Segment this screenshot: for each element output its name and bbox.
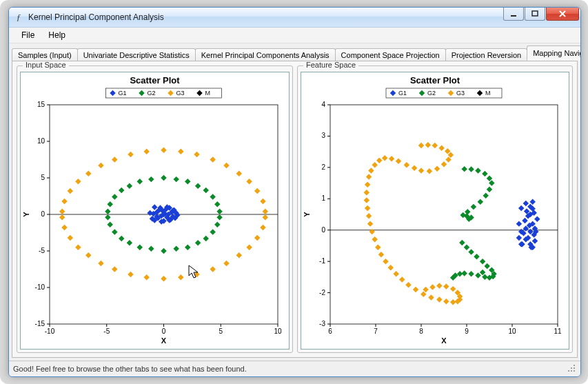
svg-text:G2: G2 bbox=[148, 90, 156, 97]
chart-input[interactable]: Scatter Plot G1G2G3M-10-50510-15-10-5051… bbox=[20, 72, 290, 350]
svg-text:M: M bbox=[205, 90, 211, 97]
svg-text:-5: -5 bbox=[103, 327, 110, 335]
svg-text:-15: -15 bbox=[35, 320, 45, 327]
app-icon: ƒ bbox=[13, 12, 24, 23]
tab-projection[interactable]: Component Space Projection bbox=[335, 48, 446, 61]
svg-text:5: 5 bbox=[219, 327, 223, 335]
status-text: Good! Feel free to browse the other tabs… bbox=[13, 365, 247, 373]
svg-text:-10: -10 bbox=[35, 283, 45, 291]
svg-text:-10: -10 bbox=[45, 327, 55, 335]
svg-text:-1: -1 bbox=[319, 257, 325, 265]
svg-text:5: 5 bbox=[41, 174, 45, 181]
svg-rect-296 bbox=[574, 370, 575, 372]
svg-text:15: 15 bbox=[37, 101, 45, 108]
svg-text:-2: -2 bbox=[319, 289, 325, 296]
tab-univariate[interactable]: Univariate Descriptive Statistics bbox=[77, 48, 196, 61]
svg-text:G3: G3 bbox=[176, 90, 185, 97]
groupbox-input-space: Input Space Scatter Plot G1G2G3M-10-5051… bbox=[17, 65, 293, 353]
plot-left[interactable]: G1G2G3M-10-50510-15-10-5051015XY bbox=[22, 87, 285, 350]
svg-text:-3: -3 bbox=[319, 320, 325, 327]
menu-file[interactable]: File bbox=[14, 29, 41, 41]
chart-feature[interactable]: Scatter Plot G1G2G3M67891011-3-2-101234X… bbox=[301, 72, 569, 350]
svg-rect-1 bbox=[532, 11, 538, 16]
titlebar[interactable]: ƒ Kernel Principal Component Analysis bbox=[9, 8, 580, 28]
svg-text:X: X bbox=[441, 336, 447, 345]
svg-text:6: 6 bbox=[328, 327, 332, 335]
tab-content: Input Space Scatter Plot G1G2G3M-10-5051… bbox=[12, 61, 578, 358]
plot-right[interactable]: G1G2G3M67891011-3-2-101234XY bbox=[303, 87, 565, 350]
tab-kpca[interactable]: Kernel Principal Components Analysis bbox=[195, 48, 336, 61]
svg-text:0: 0 bbox=[162, 327, 166, 335]
svg-rect-146 bbox=[330, 105, 558, 324]
svg-text:9: 9 bbox=[465, 327, 469, 335]
tab-mapping[interactable]: Mapping Navigation bbox=[527, 46, 581, 61]
svg-text:Y: Y bbox=[303, 212, 311, 217]
tab-samples[interactable]: Samples (Input) bbox=[12, 48, 78, 61]
svg-text:G3: G3 bbox=[456, 90, 465, 97]
svg-text:10: 10 bbox=[508, 327, 516, 335]
svg-text:2: 2 bbox=[321, 163, 325, 171]
svg-text:G2: G2 bbox=[427, 90, 436, 97]
menu-help[interactable]: Help bbox=[41, 29, 72, 41]
svg-text:0: 0 bbox=[41, 210, 45, 218]
svg-text:10: 10 bbox=[274, 327, 282, 335]
tab-reversion[interactable]: Projection Reversion bbox=[445, 48, 528, 61]
svg-text:4: 4 bbox=[321, 101, 325, 108]
svg-text:-5: -5 bbox=[39, 247, 45, 254]
svg-text:X: X bbox=[161, 336, 167, 345]
svg-text:M: M bbox=[485, 90, 491, 97]
svg-text:Y: Y bbox=[22, 212, 30, 217]
svg-text:7: 7 bbox=[374, 327, 378, 335]
menubar: File Help bbox=[9, 28, 580, 43]
chart-title-right: Scatter Plot bbox=[301, 72, 569, 85]
svg-text:1: 1 bbox=[321, 194, 325, 202]
svg-text:G1: G1 bbox=[398, 90, 407, 97]
svg-rect-291 bbox=[574, 365, 575, 366]
groupbox-title-right: Feature Space bbox=[303, 61, 358, 69]
svg-text:0: 0 bbox=[321, 226, 325, 234]
groupbox-title-left: Input Space bbox=[23, 61, 69, 69]
statusbar: Good! Feel free to browse the other tabs… bbox=[9, 361, 580, 376]
svg-text:G1: G1 bbox=[119, 90, 127, 97]
svg-text:3: 3 bbox=[321, 132, 325, 139]
tabstrip: Samples (Input) Univariate Descriptive S… bbox=[9, 43, 580, 61]
svg-text:11: 11 bbox=[554, 327, 562, 335]
app-window: ƒ Kernel Principal Component Analysis Fi… bbox=[8, 7, 581, 377]
maximize-button[interactable] bbox=[525, 8, 545, 21]
window-title: Kernel Principal Component Analysis bbox=[28, 12, 164, 22]
close-button[interactable] bbox=[546, 8, 579, 21]
svg-rect-0 bbox=[511, 15, 516, 17]
svg-rect-294 bbox=[568, 370, 569, 372]
resize-grip-icon[interactable] bbox=[567, 363, 576, 375]
svg-rect-293 bbox=[574, 367, 575, 369]
minimize-button[interactable] bbox=[503, 8, 524, 21]
groupbox-feature-space: Feature Space Scatter Plot G1G2G3M678910… bbox=[297, 65, 573, 353]
svg-rect-292 bbox=[571, 367, 572, 369]
svg-text:8: 8 bbox=[419, 327, 423, 335]
svg-text:10: 10 bbox=[37, 137, 45, 145]
chart-title-left: Scatter Plot bbox=[21, 72, 289, 85]
svg-rect-295 bbox=[571, 370, 572, 372]
